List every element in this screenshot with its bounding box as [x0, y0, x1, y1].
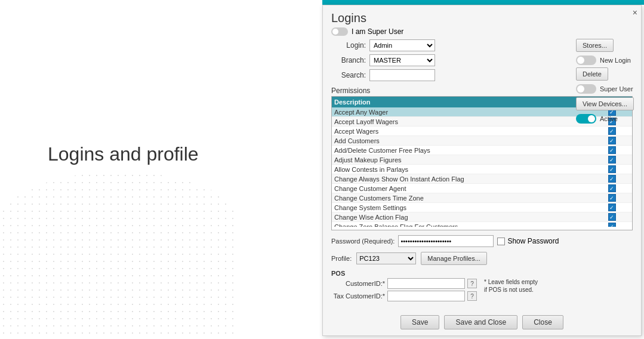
- perm-row[interactable]: Add Customers✓: [332, 136, 632, 146]
- super-user-toggle-row: I am Super User: [323, 27, 641, 39]
- perm-description: Add Customers: [334, 137, 594, 144]
- save-and-close-button[interactable]: Save and Close: [444, 315, 517, 329]
- background-panel: Logins and profile: [0, 0, 328, 339]
- perm-description: Change Zero Balance Flag For Customers: [334, 223, 594, 227]
- toggle-knob: [332, 29, 338, 35]
- profile-section: Profile: PC123 Manage Profiles...: [323, 249, 641, 267]
- delete-row: Delete: [576, 67, 634, 81]
- perm-allow-cell: ✓: [594, 156, 630, 164]
- perm-description: Accept Wagers: [334, 128, 594, 135]
- perm-description: Adjust Makeup Figures: [334, 156, 594, 164]
- perm-checkbox[interactable]: ✓: [608, 156, 616, 164]
- perm-allow-cell: ✓: [594, 223, 630, 227]
- password-section: Password (Required): Show Password: [323, 230, 641, 249]
- perm-row[interactable]: Change System Settings✓: [332, 203, 632, 212]
- perm-checkbox[interactable]: ✓: [608, 184, 616, 192]
- perm-allow-cell: ✓: [594, 165, 630, 173]
- search-label: Search:: [331, 71, 366, 79]
- pos-note: * Leave fields emptyif POS is not used.: [484, 278, 538, 303]
- perm-description: Change Always Show On Instant Action Fla…: [334, 175, 594, 183]
- perm-allow-cell: ✓: [594, 127, 630, 135]
- pos-left-fields: CustomerID:* ? Tax CustomerID:* ?: [331, 278, 477, 303]
- perm-checkbox[interactable]: ✓: [608, 204, 616, 211]
- stores-button[interactable]: Stores...: [576, 39, 614, 52]
- login-label: Login:: [331, 41, 366, 50]
- password-label: Password (Required):: [331, 238, 395, 245]
- perm-allow-cell: ✓: [594, 175, 630, 183]
- new-login-toggle-row: New Login: [576, 56, 634, 65]
- right-controls: Stores... New Login Delete Super User Vi…: [576, 39, 634, 124]
- perm-checkbox[interactable]: ✓: [608, 213, 616, 221]
- perm-checkbox[interactable]: ✓: [608, 137, 616, 144]
- super-user-toggle-row2: Super User: [576, 84, 634, 94]
- perm-row[interactable]: Add/Delete Customer Free Plays✓: [332, 146, 632, 155]
- password-input[interactable]: [398, 235, 494, 247]
- pos-tax-customer-id-input[interactable]: [387, 291, 465, 301]
- pos-customer-id-row: CustomerID:* ?: [331, 278, 477, 289]
- show-password-label: Show Password: [507, 237, 559, 245]
- teal-accent-bar: [322, 0, 644, 5]
- pos-tax-customer-id-row: Tax CustomerID:* ?: [331, 291, 477, 301]
- perm-allow-cell: ✓: [594, 204, 630, 211]
- close-button[interactable]: Close: [522, 315, 563, 329]
- perm-row[interactable]: Adjust Makeup Figures✓: [332, 155, 632, 165]
- permissions-list[interactable]: Accept Any Wager✓Accept Layoff Wagers✓Ac…: [332, 107, 632, 227]
- perm-row[interactable]: Accept Wagers✓: [332, 127, 632, 136]
- pos-customer-id-input[interactable]: [387, 278, 465, 289]
- perm-checkbox[interactable]: ✓: [608, 127, 616, 135]
- close-icon[interactable]: ×: [633, 8, 637, 17]
- manage-profiles-button[interactable]: Manage Profiles...: [421, 252, 487, 265]
- login-select[interactable]: Admin: [369, 39, 435, 51]
- bottom-buttons: Save Save and Close Close: [323, 315, 641, 329]
- branch-select[interactable]: MASTER: [369, 54, 435, 66]
- perm-row[interactable]: Change Customer Agent✓: [332, 184, 632, 193]
- super-user-toggle-label: Super User: [600, 85, 633, 93]
- view-devices-row: View Devices...: [576, 97, 634, 110]
- perm-row[interactable]: Change Zero Balance Flag For Customers✓: [332, 222, 632, 227]
- logins-dialog: × Logins I am Super User Stores... New L…: [322, 5, 642, 336]
- view-devices-button[interactable]: View Devices...: [576, 97, 634, 110]
- perm-row[interactable]: Allow Contests in Parlays✓: [332, 165, 632, 174]
- super-user-toggle[interactable]: [331, 27, 348, 36]
- profile-select[interactable]: PC123: [356, 252, 416, 264]
- top-buttons-row: Stores...: [576, 39, 634, 52]
- new-login-label: New Login: [600, 57, 631, 64]
- perm-allow-cell: ✓: [594, 184, 630, 192]
- perm-description: Add/Delete Customer Free Plays: [334, 147, 594, 154]
- perm-row[interactable]: Change Always Show On Instant Action Fla…: [332, 174, 632, 184]
- perm-row[interactable]: Change Wise Action Flag✓: [332, 212, 632, 222]
- show-password-checkbox[interactable]: [497, 238, 505, 245]
- pos-tax-customer-id-help[interactable]: ?: [467, 291, 477, 301]
- perm-allow-cell: ✓: [594, 194, 630, 202]
- perm-checkbox[interactable]: ✓: [608, 223, 616, 227]
- perm-allow-cell: ✓: [594, 146, 630, 154]
- active-toggle-row: Active: [576, 114, 634, 124]
- dialog-title: Logins: [323, 5, 641, 27]
- pos-fields: CustomerID:* ? Tax CustomerID:* ? * Leav…: [331, 278, 633, 303]
- perm-checkbox[interactable]: ✓: [608, 175, 616, 183]
- perm-checkbox[interactable]: ✓: [608, 194, 616, 202]
- profile-label: Profile:: [331, 255, 352, 262]
- pos-customer-id-help[interactable]: ?: [467, 279, 477, 288]
- perm-checkbox[interactable]: ✓: [608, 165, 616, 173]
- decorative-dots: [0, 172, 239, 339]
- show-password-row: Show Password: [497, 237, 559, 245]
- new-login-toggle[interactable]: [576, 56, 596, 65]
- perm-allow-cell: ✓: [594, 137, 630, 144]
- perm-description: Accept Layoff Wagers: [334, 118, 594, 125]
- branch-label: Branch:: [331, 56, 366, 64]
- page-title: Logins and profile: [48, 143, 199, 165]
- search-input[interactable]: [369, 69, 435, 81]
- perm-description: Accept Any Wager: [334, 109, 594, 116]
- perm-description: Change Wise Action Flag: [334, 214, 594, 221]
- delete-button[interactable]: Delete: [576, 67, 608, 81]
- perm-checkbox[interactable]: ✓: [608, 146, 616, 154]
- active-toggle[interactable]: [576, 114, 596, 124]
- toggle-knob: [577, 57, 584, 64]
- active-label: Active: [600, 115, 618, 122]
- save-button[interactable]: Save: [400, 315, 439, 329]
- super-user-label: I am Super User: [352, 27, 403, 36]
- super-user-toggle2[interactable]: [576, 84, 596, 94]
- perm-row[interactable]: Change Customers Time Zone✓: [332, 193, 632, 203]
- perm-description: Allow Contests in Parlays: [334, 166, 594, 173]
